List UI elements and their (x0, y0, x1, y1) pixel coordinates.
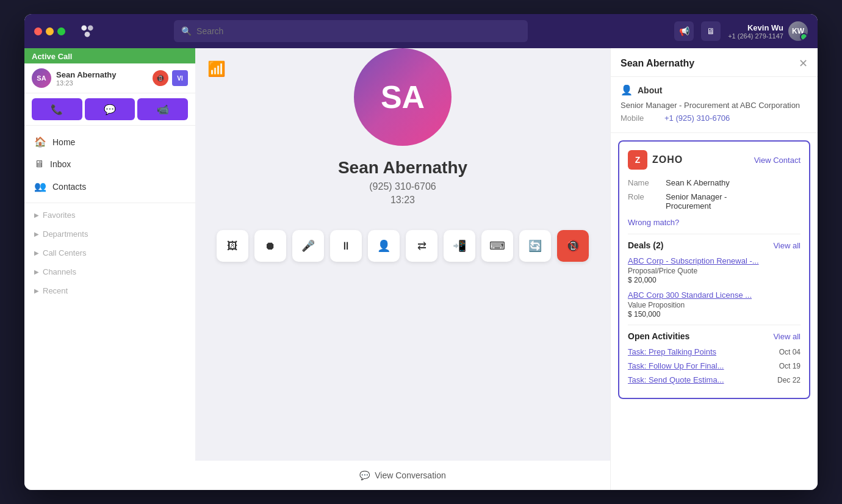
inbox-icon: 🖥 (34, 159, 44, 170)
deal-name-2[interactable]: ABC Corp 300 Standard License ... (628, 290, 801, 300)
nav-groups: ▶ Favorites ▶ Departments ▶ Call Centers… (24, 203, 195, 300)
signal-icon: 📶 (207, 60, 226, 77)
contact-info-grid: Name Sean K Abernathy Role Senior Manage… (628, 178, 801, 211)
activity-date-2: Oct 19 (779, 362, 801, 370)
caller-info: Sean Abernathy 13:23 (56, 70, 148, 87)
svg-point-0 (81, 25, 87, 31)
sidebar-item-contacts[interactable]: 👥 Contacts (24, 175, 195, 198)
hold-button[interactable]: 📲 (444, 230, 475, 262)
view-all-deals-link[interactable]: View all (773, 241, 801, 250)
video-control-button[interactable]: 📹 (137, 98, 188, 120)
voicemail-button[interactable]: VI (172, 70, 188, 86)
deal-item-1: ABC Corp - Subscription Renewal -... Pro… (628, 256, 801, 284)
call-centers-group[interactable]: ▶ Call Centers (24, 243, 195, 262)
channels-group[interactable]: ▶ Channels (24, 262, 195, 281)
maximize-traffic-light[interactable] (57, 27, 65, 35)
activity-item-1: Task: Prep Talking Points Oct 04 (628, 347, 801, 356)
close-traffic-light[interactable] (34, 27, 42, 35)
activity-name-1[interactable]: Task: Prep Talking Points (628, 347, 716, 356)
sidebar: Active Call SA Sean Abernathy 13:23 📵 VI… (24, 48, 195, 490)
main-content: Active Call SA Sean Abernathy 13:23 📵 VI… (24, 48, 818, 490)
activity-name-2[interactable]: Task: Follow Up For Final... (628, 361, 724, 370)
end-call-button[interactable]: 📵 (153, 70, 168, 86)
view-all-activities-link[interactable]: View all (773, 332, 801, 341)
activity-date-3: Dec 22 (777, 376, 801, 384)
role-value-line2: Procurement (666, 201, 711, 211)
role-value-line1: Senior Manager - (666, 192, 727, 201)
person-icon: 👤 (621, 84, 633, 96)
role-value: Senior Manager - Procurement (666, 192, 727, 211)
role-info-row: Role Senior Manager - Procurement (628, 192, 801, 211)
keypad-button[interactable]: ⌨ (481, 230, 513, 262)
chevron-right-icon: ▶ (34, 287, 39, 294)
zoho-logo-area: Z ZOHO (628, 150, 683, 170)
close-panel-button[interactable]: ✕ (799, 57, 808, 70)
view-conversation-label: View Conversation (375, 470, 445, 480)
contact-phone: (925) 310-6706 (369, 181, 436, 192)
flip-button[interactable]: 🔄 (519, 230, 551, 262)
deals-title: Deals (2) (628, 240, 663, 250)
nav-section: 🏠 Home 🖥 Inbox 👥 Contacts (24, 126, 195, 203)
panel-header: Sean Abernathy ✕ (611, 48, 818, 77)
activities-title: Open Activities (628, 331, 689, 341)
minimize-traffic-light[interactable] (46, 27, 54, 35)
megaphone-icon-button[interactable]: 📢 (674, 21, 694, 41)
title-bar: 🔍 📢 🖥 Kevin Wu +1 (264) 279-1147 KW (24, 14, 818, 48)
about-header: 👤 About (621, 84, 808, 96)
mobile-label: Mobile (621, 113, 657, 123)
right-panel: Sean Abernathy ✕ 👤 About Senior Manager … (610, 48, 818, 490)
chevron-right-icon: ▶ (34, 212, 39, 218)
deal-stage-1: Proposal/Price Quote (628, 267, 801, 275)
view-conversation-button[interactable]: 💬 View Conversation (195, 461, 610, 490)
favorites-group[interactable]: ▶ Favorites (24, 206, 195, 225)
search-input[interactable] (196, 26, 520, 36)
chevron-right-icon: ▶ (34, 231, 39, 237)
contact-avatar-large: SA (354, 48, 452, 146)
app-window: 🔍 📢 🖥 Kevin Wu +1 (264) 279-1147 KW Acti… (24, 14, 818, 490)
svg-point-1 (88, 25, 93, 31)
departments-group[interactable]: ▶ Departments (24, 225, 195, 243)
about-role: Senior Manager - Procurement at ABC Corp… (621, 101, 808, 110)
zoho-header: Z ZOHO View Contact (628, 150, 801, 170)
sidebar-item-home[interactable]: 🏠 Home (24, 131, 195, 153)
deal-item-2: ABC Corp 300 Standard License ... Value … (628, 290, 801, 319)
recent-group[interactable]: ▶ Recent (24, 281, 195, 300)
monitor-icon-button[interactable]: 🖥 (701, 21, 721, 41)
search-icon: 🔍 (181, 26, 192, 36)
activities-header: Open Activities View all (628, 331, 801, 341)
pause-button[interactable]: ⏸ (330, 230, 362, 262)
caller-name: Sean Abernathy (56, 70, 148, 79)
header-right: 📢 🖥 Kevin Wu +1 (264) 279-1147 KW (674, 21, 808, 41)
view-contact-link[interactable]: View Contact (754, 156, 801, 165)
home-icon: 🏠 (34, 136, 46, 148)
chevron-right-icon: ▶ (34, 268, 39, 275)
caller-time: 13:23 (56, 79, 148, 87)
mute-button[interactable]: 🎤 (292, 230, 324, 262)
transfer-button[interactable]: ⇄ (406, 230, 437, 262)
sidebar-item-inbox[interactable]: 🖥 Inbox (24, 153, 195, 175)
activity-name-3[interactable]: Task: Send Quote Estima... (628, 375, 724, 384)
record-button[interactable]: ⏺ (254, 230, 286, 262)
role-label: Role (628, 192, 658, 211)
user-name: Kevin Wu (728, 23, 783, 32)
phone-control-button[interactable]: 📞 (32, 98, 82, 120)
end-call-action-button[interactable]: 📵 (557, 230, 589, 262)
message-control-button[interactable]: 💬 (85, 98, 135, 120)
deal-name-1[interactable]: ABC Corp - Subscription Renewal -... (628, 256, 801, 265)
recent-label: Recent (43, 286, 68, 295)
wrong-match-link[interactable]: Wrong match? (628, 218, 679, 227)
screen-share-button[interactable]: 🖼 (217, 230, 248, 262)
mobile-row: Mobile +1 (925) 310-6706 (621, 113, 808, 123)
sidebar-item-home-label: Home (52, 137, 75, 147)
activity-item-2: Task: Follow Up For Final... Oct 19 (628, 361, 801, 370)
search-bar[interactable]: 🔍 (174, 20, 528, 42)
deals-header: Deals (2) View all (628, 240, 801, 250)
contact-initials: SA (381, 79, 425, 115)
activity-item-3: Task: Send Quote Estima... Dec 22 (628, 375, 801, 384)
favorites-label: Favorites (43, 211, 75, 220)
avatar: KW (788, 21, 808, 41)
add-person-button[interactable]: 👤 (368, 230, 400, 262)
name-info-row: Name Sean K Abernathy (628, 178, 801, 187)
activity-date-1: Oct 04 (779, 348, 801, 356)
user-phone: +1 (264) 279-1147 (728, 32, 783, 40)
